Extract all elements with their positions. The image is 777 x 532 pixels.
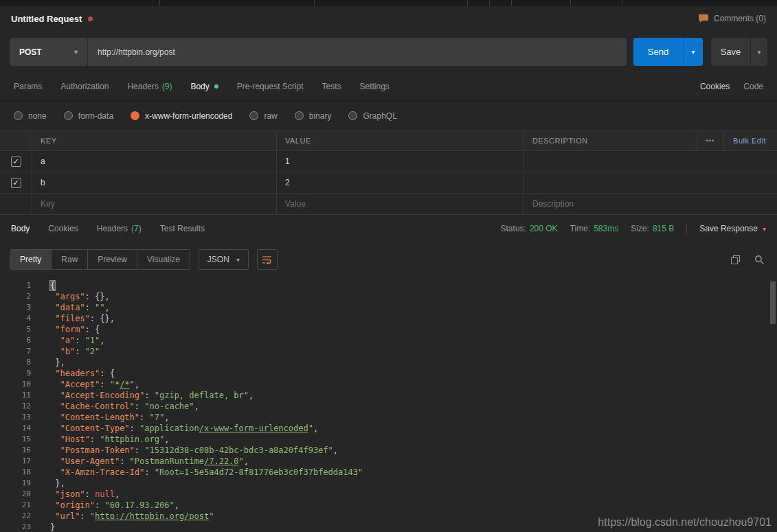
search-icon <box>754 255 765 265</box>
description-placeholder-cell[interactable]: Description <box>523 194 777 214</box>
line-number: 4 <box>0 313 31 324</box>
value-cell[interactable]: 1 <box>276 151 523 172</box>
response-toolbar: PrettyRawPreviewVisualize JSON ▾ <box>0 242 777 277</box>
column-header-value: VALUE <box>276 131 523 150</box>
code-line: 7 "b": "2" <box>0 346 777 357</box>
line-number: 14 <box>0 423 31 434</box>
line-number: 16 <box>0 445 31 456</box>
wrap-text-button[interactable] <box>257 249 278 270</box>
table-row: ✓b2 <box>0 172 777 194</box>
response-tab-cookies[interactable]: Cookies <box>48 224 78 233</box>
scrollbar-thumb[interactable] <box>770 281 776 324</box>
checkbox-checked-icon[interactable]: ✓ <box>11 178 21 188</box>
code-line: 16 "Postman-Token": "15312d38-c08b-42bc-… <box>0 445 777 456</box>
copy-button[interactable] <box>728 252 743 268</box>
select-all-cell <box>0 131 32 150</box>
radio-icon <box>295 111 304 120</box>
line-number: 7 <box>0 346 31 357</box>
view-mode-visualize[interactable]: Visualize <box>137 250 190 269</box>
line-number: 9 <box>0 368 31 379</box>
workspace-tab-bar <box>0 0 777 5</box>
body-type-form-data[interactable]: form-data <box>64 111 113 121</box>
save-response-button[interactable]: Save Response ▾ <box>699 224 766 233</box>
request-tab-tests[interactable]: Tests <box>322 82 341 91</box>
description-cell[interactable] <box>523 172 777 193</box>
search-button[interactable] <box>752 252 767 268</box>
body-type-binary[interactable]: binary <box>295 111 332 121</box>
key-cell[interactable]: b <box>32 172 276 193</box>
code-text: "Host": "httpbin.org", <box>50 434 169 445</box>
save-options-button[interactable]: ▾ <box>750 38 767 66</box>
value-placeholder-cell[interactable]: Value <box>276 194 523 214</box>
line-number: 20 <box>0 489 31 500</box>
request-tab-headers[interactable]: Headers(9) <box>127 82 172 91</box>
code-line: 13 "Content-Length": "7", <box>0 412 777 423</box>
body-type-label: none <box>28 111 47 121</box>
body-type-graphql[interactable]: GraphQL <box>348 111 396 121</box>
line-number: 22 <box>0 511 31 522</box>
url-input[interactable] <box>88 38 627 66</box>
line-number: 1 <box>0 280 31 291</box>
response-time: Time: 583ms <box>570 224 619 233</box>
line-number: 17 <box>0 456 31 467</box>
radio-icon <box>249 111 258 120</box>
body-type-none[interactable]: none <box>14 111 47 121</box>
view-mode-raw[interactable]: Raw <box>52 250 88 269</box>
line-number: 5 <box>0 324 31 335</box>
urlencoded-params-table: KEYVALUEDESCRIPTION•••Bulk Edit✓a1✓b2Key… <box>0 130 777 215</box>
checkbox-checked-icon[interactable]: ✓ <box>11 157 21 167</box>
code-line: 9 "headers": { <box>0 368 777 379</box>
more-options-icon[interactable]: ••• <box>697 131 724 150</box>
code-text: "Accept": "*/*", <box>50 379 139 390</box>
code-line: 8 }, <box>0 357 777 368</box>
request-tab-authorization[interactable]: Authorization <box>60 82 109 91</box>
view-mode-preview[interactable]: Preview <box>88 250 137 269</box>
key-placeholder-cell[interactable]: Key <box>32 194 276 214</box>
request-tab-settings[interactable]: Settings <box>360 82 390 91</box>
response-tab-test-results[interactable]: Test Results <box>160 224 205 233</box>
body-set-dot-icon <box>214 84 218 89</box>
code-text: "Postman-Token": "15312d38-c08b-42bc-bdc… <box>50 445 338 456</box>
column-header-key: KEY <box>32 131 276 150</box>
send-options-button[interactable]: ▾ <box>683 38 703 66</box>
chevron-down-icon: ▾ <box>763 225 766 233</box>
bulk-edit-link[interactable]: Bulk Edit <box>724 137 777 145</box>
line-number: 23 <box>0 522 31 532</box>
line-number: 12 <box>0 401 31 412</box>
code-text: "json": null, <box>50 489 120 500</box>
send-button[interactable]: Send <box>633 38 683 66</box>
response-format-select[interactable]: JSON ▾ <box>199 249 249 270</box>
comments-button[interactable]: Comments (0) <box>698 14 766 23</box>
code-line: 2 "args": {}, <box>0 291 777 302</box>
response-tab-body[interactable]: Body <box>11 224 30 233</box>
status-value: 200 OK <box>530 224 558 233</box>
request-tab-params[interactable]: Params <box>14 82 42 91</box>
table-header-row: KEYVALUEDESCRIPTION•••Bulk Edit <box>0 130 777 151</box>
tab-count-badge: (9) <box>162 82 172 91</box>
code-link[interactable]: Code <box>743 82 763 91</box>
code-line: 5 "form": { <box>0 324 777 335</box>
cookies-link[interactable]: Cookies <box>700 82 730 91</box>
line-number: 13 <box>0 412 31 423</box>
request-tab-body[interactable]: Body <box>190 82 218 91</box>
response-tab-headers[interactable]: Headers(7) <box>97 224 142 233</box>
request-tab-pre-request-script[interactable]: Pre-request Script <box>237 82 304 91</box>
body-type-raw[interactable]: raw <box>249 111 277 121</box>
wrap-text-icon <box>262 255 272 264</box>
time-value: 583ms <box>594 224 618 233</box>
body-type-x-www-form-urlencoded[interactable]: x-www-form-urlencoded <box>131 111 232 121</box>
code-line: 18 "X-Amzn-Trace-Id": "Root=1-5e5a4d72-8… <box>0 467 777 478</box>
body-type-label: form-data <box>78 111 113 121</box>
code-line: 4 "files": {}, <box>0 313 777 324</box>
code-text: "url": "http://httpbin.org/post" <box>50 511 214 522</box>
save-button[interactable]: Save <box>711 38 750 66</box>
code-text: "Content-Type": "application/x-www-form-… <box>50 423 318 434</box>
description-cell[interactable] <box>523 151 777 172</box>
method-select[interactable]: POST ▾ <box>10 38 88 66</box>
value-cell[interactable]: 2 <box>276 172 523 193</box>
key-cell[interactable]: a <box>32 151 276 172</box>
copy-icon <box>730 255 741 265</box>
view-mode-pretty[interactable]: Pretty <box>10 250 52 269</box>
table-row-placeholder: KeyValueDescription <box>0 194 777 215</box>
code-text: }, <box>50 357 65 368</box>
